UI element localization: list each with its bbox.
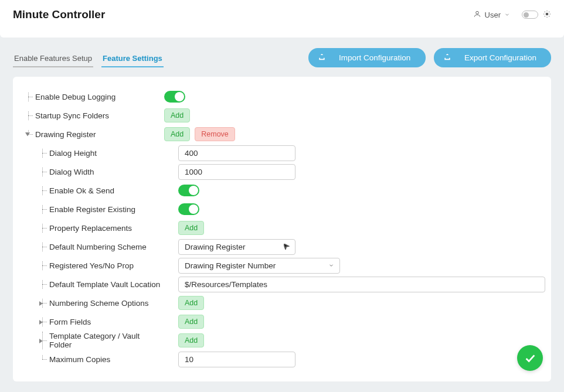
label-enable-debug-logging: Enable Debug Logging bbox=[35, 93, 115, 101]
header-right: User bbox=[473, 10, 551, 20]
row-property-replacements: Property Replacements Add bbox=[26, 219, 538, 237]
toggle-enable-ok-send[interactable] bbox=[178, 185, 199, 196]
expand-caret-icon[interactable] bbox=[39, 336, 44, 345]
select-default-numbering-scheme[interactable] bbox=[178, 239, 295, 255]
sun-icon bbox=[543, 10, 551, 20]
label-default-numbering-scheme: Default Numbering Scheme bbox=[49, 243, 147, 251]
row-maximum-copies: Maximum Copies bbox=[26, 350, 538, 369]
confirm-fab[interactable] bbox=[517, 345, 543, 371]
input-dialog-height[interactable] bbox=[178, 145, 295, 161]
svg-line-9 bbox=[549, 11, 549, 12]
add-drawing-register-button[interactable]: Add bbox=[164, 127, 190, 141]
svg-line-7 bbox=[549, 16, 549, 16]
row-enable-debug-logging: Enable Debug Logging bbox=[26, 87, 538, 106]
add-form-fields-button[interactable]: Add bbox=[178, 315, 204, 329]
row-form-fields: Form Fields Add bbox=[26, 312, 538, 331]
row-enable-ok-send: Enable Ok & Send bbox=[26, 181, 538, 200]
expand-caret-icon[interactable] bbox=[39, 317, 44, 326]
tab-feature-settings[interactable]: Feature Settings bbox=[101, 54, 164, 67]
import-label: Import Configuration bbox=[339, 53, 410, 62]
label-maximum-copies: Maximum Copies bbox=[49, 355, 110, 364]
row-registered-yes-no-prop: Registered Yes/No Prop bbox=[26, 256, 538, 275]
tab-enable-features-setup[interactable]: Enable Features Setup bbox=[13, 54, 93, 67]
row-startup-sync-folders: Startup Sync Folders Add bbox=[26, 106, 538, 125]
upload-icon bbox=[318, 53, 326, 63]
user-label: User bbox=[485, 11, 501, 19]
label-dialog-height: Dialog Height bbox=[49, 149, 97, 158]
chevron-down-icon bbox=[504, 11, 510, 19]
label-template-category-vault-folder: Template Category / Vault Folder bbox=[49, 332, 164, 349]
row-enable-register-existing: Enable Register Existing bbox=[26, 200, 538, 219]
row-template-category-vault-folder: Template Category / Vault Folder Add bbox=[26, 331, 538, 350]
svg-marker-10 bbox=[25, 132, 30, 136]
upload-icon bbox=[443, 53, 451, 63]
row-dialog-height: Dialog Height bbox=[26, 144, 538, 162]
controls-row: Enable Features Setup Feature Settings I… bbox=[0, 38, 564, 67]
theme-toggle[interactable] bbox=[522, 11, 538, 19]
svg-marker-14 bbox=[39, 339, 43, 343]
row-dialog-width: Dialog Width bbox=[26, 162, 538, 181]
input-maximum-copies[interactable] bbox=[178, 352, 295, 367]
theme-toggle-group bbox=[522, 10, 551, 20]
label-startup-sync-folders: Startup Sync Folders bbox=[35, 111, 109, 120]
select-registered-yes-no-prop[interactable] bbox=[178, 258, 340, 274]
settings-panel: Enable Debug Logging Startup Sync Folder… bbox=[13, 77, 551, 381]
input-default-template-vault-location[interactable] bbox=[178, 277, 545, 292]
label-registered-yes-no-prop: Registered Yes/No Prop bbox=[49, 261, 134, 270]
add-property-replacements-button[interactable]: Add bbox=[178, 221, 204, 235]
remove-drawing-register-button[interactable]: Remove bbox=[195, 127, 235, 141]
app-header: Minute Controller User bbox=[0, 0, 564, 38]
toggle-enable-debug-logging[interactable] bbox=[164, 91, 185, 103]
import-configuration-button[interactable]: Import Configuration bbox=[308, 48, 426, 67]
settings-tree: Enable Debug Logging Startup Sync Folder… bbox=[26, 87, 538, 369]
svg-line-6 bbox=[545, 11, 545, 12]
row-default-numbering-scheme: Default Numbering Scheme bbox=[26, 237, 538, 256]
svg-point-1 bbox=[546, 12, 549, 15]
label-dialog-width: Dialog Width bbox=[49, 168, 94, 176]
input-dialog-width[interactable] bbox=[178, 164, 295, 180]
label-enable-ok-send: Enable Ok & Send bbox=[49, 186, 114, 195]
expand-caret-icon[interactable] bbox=[25, 129, 30, 139]
add-template-category-vault-folder-button[interactable]: Add bbox=[178, 333, 204, 347]
expand-caret-icon[interactable] bbox=[39, 298, 44, 308]
row-default-template-vault-location: Default Template Vault Location bbox=[26, 275, 538, 294]
toggle-enable-register-existing[interactable] bbox=[178, 203, 199, 215]
svg-line-8 bbox=[545, 16, 545, 16]
action-buttons: Import Configuration Export Configuratio… bbox=[308, 48, 551, 67]
row-drawing-register: Drawing Register Add Remove bbox=[26, 125, 538, 144]
label-form-fields: Form Fields bbox=[49, 318, 91, 326]
label-default-template-vault-location: Default Template Vault Location bbox=[49, 280, 160, 289]
row-numbering-scheme-options: Numbering Scheme Options Add bbox=[26, 294, 538, 312]
label-property-replacements: Property Replacements bbox=[49, 224, 132, 233]
export-label: Export Configuration bbox=[464, 53, 536, 62]
tabs: Enable Features Setup Feature Settings bbox=[13, 54, 164, 67]
svg-point-0 bbox=[475, 11, 478, 14]
label-enable-register-existing: Enable Register Existing bbox=[49, 205, 135, 214]
label-numbering-scheme-options: Numbering Scheme Options bbox=[49, 299, 149, 308]
svg-marker-12 bbox=[39, 301, 43, 306]
svg-marker-13 bbox=[39, 320, 43, 325]
app-title: Minute Controller bbox=[13, 8, 105, 21]
add-numbering-scheme-options-button[interactable]: Add bbox=[178, 296, 204, 310]
check-icon bbox=[524, 352, 536, 364]
user-menu[interactable]: User bbox=[473, 10, 510, 20]
user-icon bbox=[473, 10, 481, 20]
export-configuration-button[interactable]: Export Configuration bbox=[434, 48, 551, 67]
add-startup-sync-folders-button[interactable]: Add bbox=[164, 108, 190, 122]
label-drawing-register: Drawing Register bbox=[35, 130, 96, 139]
